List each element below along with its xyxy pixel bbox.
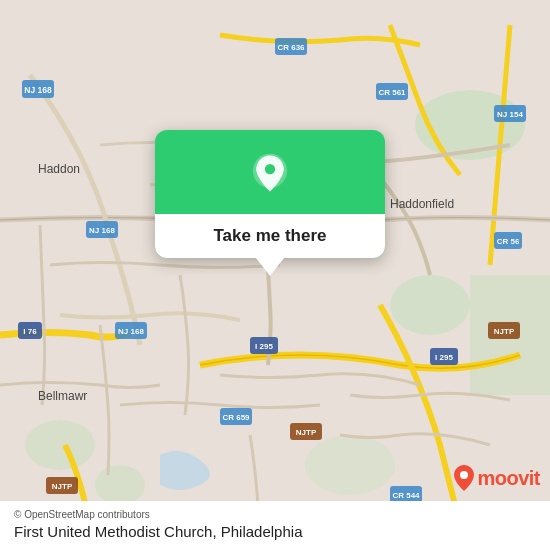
popup-label-area[interactable]: Take me there (155, 214, 385, 258)
svg-text:NJ 168: NJ 168 (89, 226, 115, 235)
svg-text:Haddonfield: Haddonfield (390, 197, 454, 211)
svg-point-4 (95, 465, 145, 505)
popup-label: Take me there (213, 226, 326, 246)
svg-point-1 (390, 275, 470, 335)
location-pin-icon (246, 152, 294, 200)
location-name-text: First United Methodist Church, Philadelp… (14, 523, 536, 540)
svg-text:I 295: I 295 (435, 353, 453, 362)
popup-icon-area (155, 130, 385, 214)
attribution-text: © OpenStreetMap contributors (14, 509, 536, 520)
popup-tail (256, 258, 284, 276)
svg-text:CR 561: CR 561 (378, 88, 406, 97)
svg-text:CR 56: CR 56 (497, 237, 520, 246)
moovit-logo: moovit (453, 464, 540, 492)
svg-text:CR 659: CR 659 (222, 413, 250, 422)
popup-card[interactable]: Take me there (155, 130, 385, 258)
svg-text:CR 544: CR 544 (392, 491, 420, 500)
svg-point-3 (25, 420, 95, 470)
svg-text:I 76: I 76 (23, 327, 37, 336)
svg-point-42 (460, 471, 468, 479)
svg-text:NJ 168: NJ 168 (24, 85, 52, 95)
svg-text:NJTP: NJTP (494, 327, 515, 336)
svg-text:CR 636: CR 636 (277, 43, 305, 52)
svg-text:NJ 154: NJ 154 (497, 110, 523, 119)
svg-text:NJTP: NJTP (52, 482, 73, 491)
map-container: NJ 168 CR 636 CR 561 NJ 154 NJ 168 CR 56… (0, 0, 550, 550)
svg-text:Haddon: Haddon (38, 162, 80, 176)
svg-text:NJTP: NJTP (296, 428, 317, 437)
svg-point-5 (305, 435, 395, 495)
svg-text:I 295: I 295 (255, 342, 273, 351)
bottom-bar: © OpenStreetMap contributors First Unite… (0, 501, 550, 550)
svg-text:NJ 168: NJ 168 (118, 327, 144, 336)
svg-point-41 (265, 164, 275, 174)
svg-text:Bellmawr: Bellmawr (38, 389, 87, 403)
moovit-text-label: moovit (477, 467, 540, 490)
moovit-pin-icon (453, 464, 475, 492)
